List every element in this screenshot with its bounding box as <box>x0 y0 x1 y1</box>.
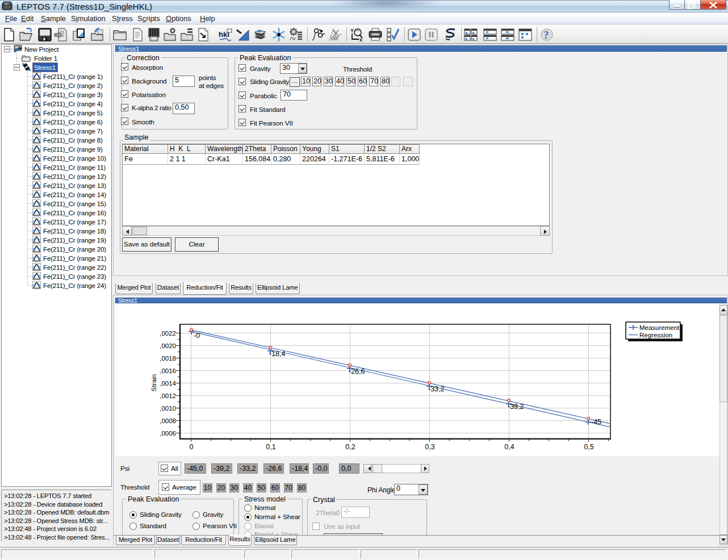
svg-text:Strain: Strain <box>150 374 158 392</box>
svg-text:0,5: 0,5 <box>584 443 593 451</box>
svg-text:,0016: ,0016 <box>160 367 176 374</box>
svg-text:0: 0 <box>190 443 194 451</box>
svg-text:-26,6: -26,6 <box>349 367 365 375</box>
svg-text:,0022: ,0022 <box>160 330 176 337</box>
svg-text:0,1: 0,1 <box>266 443 275 451</box>
svg-text:0,3: 0,3 <box>425 443 434 451</box>
svg-text:Regression: Regression <box>639 332 672 338</box>
svg-text:,0018: ,0018 <box>160 355 176 362</box>
svg-text:0,2: 0,2 <box>345 443 355 451</box>
svg-text:,0010: ,0010 <box>160 405 176 412</box>
svg-text:,0008: ,0008 <box>160 417 176 424</box>
svg-text:,0020: ,0020 <box>160 342 176 349</box>
svg-text:-45: -45 <box>591 418 601 426</box>
svg-text:?: ? <box>543 29 549 41</box>
svg-text:-33,2: -33,2 <box>428 385 445 393</box>
svg-text:,0006: ,0006 <box>160 430 176 437</box>
svg-text:Measurement: Measurement <box>639 324 680 331</box>
svg-text:-39,2: -39,2 <box>508 403 524 411</box>
svg-text:-0: -0 <box>194 332 200 340</box>
svg-text:-18,4: -18,4 <box>269 350 286 358</box>
svg-text:0,4: 0,4 <box>504 443 514 451</box>
svg-text:,0014: ,0014 <box>160 380 176 387</box>
svg-text:Y: Y <box>350 28 354 34</box>
svg-text:,0012: ,0012 <box>160 392 176 399</box>
